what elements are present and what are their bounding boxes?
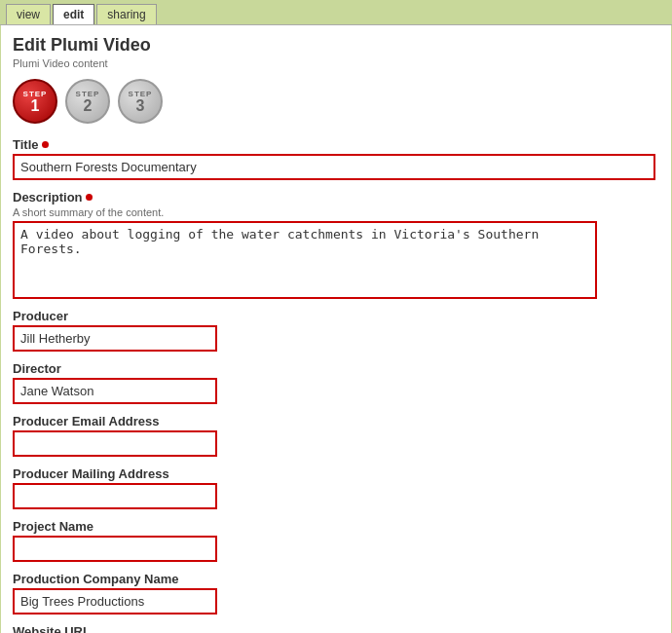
- description-field-group: Description A short summary of the conte…: [13, 190, 659, 299]
- producer-mailing-input[interactable]: [13, 483, 217, 509]
- step-1-number: 1: [31, 98, 40, 114]
- producer-mailing-field-group: Producer Mailing Address: [13, 466, 659, 509]
- tab-view[interactable]: view: [6, 4, 51, 24]
- production-company-field-group: Production Company Name: [13, 572, 659, 614]
- production-company-label: Production Company Name: [13, 572, 659, 586]
- step-1[interactable]: STEP 1: [13, 79, 57, 124]
- producer-email-label: Producer Email Address: [13, 414, 659, 428]
- tab-sharing[interactable]: sharing: [96, 4, 156, 24]
- producer-label: Producer: [13, 309, 659, 323]
- page-title: Edit Plumi Video: [13, 35, 659, 56]
- step-2[interactable]: STEP 2: [65, 79, 110, 124]
- production-company-input[interactable]: [13, 588, 217, 614]
- tab-edit[interactable]: edit: [53, 4, 94, 24]
- step-3-number: 3: [136, 98, 145, 114]
- project-name-label: Project Name: [13, 519, 659, 534]
- tab-bar: view edit sharing: [0, 0, 672, 25]
- director-label: Director: [13, 361, 659, 376]
- project-name-input[interactable]: [13, 536, 217, 562]
- title-field-group: Title: [13, 137, 659, 180]
- title-required-indicator: [42, 141, 49, 148]
- director-input[interactable]: [13, 378, 217, 404]
- website-url-field-group: Website URL: [13, 624, 659, 633]
- page-subtitle: Plumi Video content: [13, 57, 659, 69]
- website-url-label: Website URL: [13, 624, 659, 633]
- description-hint: A short summary of the content.: [13, 206, 659, 218]
- producer-input[interactable]: [13, 325, 217, 352]
- description-label: Description: [13, 190, 659, 205]
- description-required-indicator: [86, 194, 93, 201]
- title-label: Title: [13, 137, 659, 152]
- step-3[interactable]: STEP 3: [118, 79, 163, 124]
- director-field-group: Director: [13, 361, 659, 404]
- main-content: Edit Plumi Video Plumi Video content STE…: [0, 25, 672, 633]
- title-input[interactable]: [13, 154, 655, 180]
- producer-field-group: Producer: [13, 309, 659, 352]
- producer-email-input[interactable]: [13, 430, 217, 457]
- steps-container: STEP 1 STEP 2 STEP 3: [13, 79, 659, 124]
- producer-mailing-label: Producer Mailing Address: [13, 466, 659, 481]
- description-textarea[interactable]: [13, 221, 597, 299]
- step-2-number: 2: [84, 98, 93, 114]
- producer-email-field-group: Producer Email Address: [13, 414, 659, 457]
- project-name-field-group: Project Name: [13, 519, 659, 562]
